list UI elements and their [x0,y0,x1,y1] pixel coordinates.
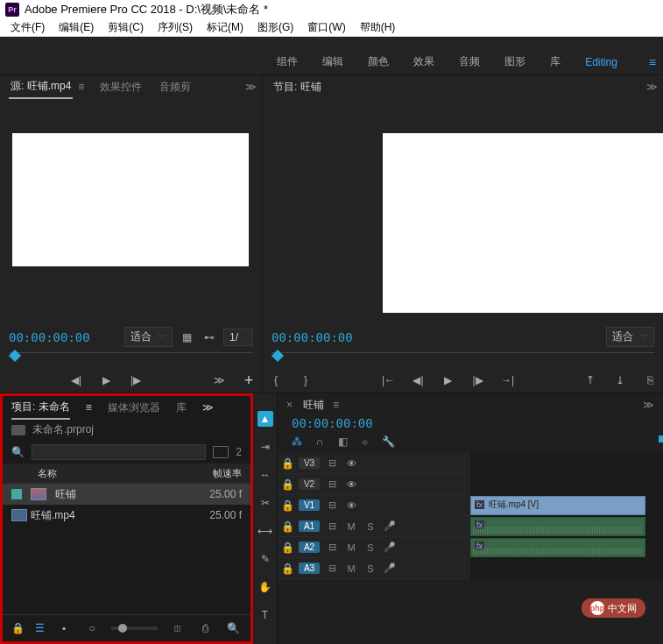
lock-icon[interactable]: 🔒 [281,541,293,554]
source-playhead-icon[interactable] [9,350,21,362]
snap-icon[interactable]: ⁂ [292,435,302,448]
voice-over-icon[interactable]: 🎤 [383,563,397,574]
type-tool-icon[interactable]: T [257,607,273,623]
program-overflow-icon[interactable]: ≫ [646,81,658,93]
lock-icon[interactable]: 🔒 [281,563,293,575]
prog-play-icon[interactable]: ▶ [439,372,458,389]
menu-help[interactable]: 帮助(H) [353,20,403,35]
slip-tool-icon[interactable]: ⟷ [257,523,273,539]
search-icon[interactable]: 🔍 [11,446,25,458]
lock-icon[interactable]: 🔒 [281,499,293,512]
source-canvas[interactable] [12,133,249,266]
write-lock-icon[interactable]: 🔒 [11,622,25,634]
source-patch-icon[interactable]: ⊟ [325,563,339,574]
tab-libraries[interactable]: 库 [176,397,187,419]
step-back-icon[interactable]: ◀| [67,372,86,389]
ws-audio[interactable]: 音频 [459,54,480,69]
ws-graphics[interactable]: 图形 [504,54,525,69]
timeline-overflow-icon[interactable]: ≫ [643,399,654,411]
search-input[interactable] [32,444,206,460]
close-sequence-icon[interactable]: × [286,399,293,411]
track-label[interactable]: A2 [299,541,320,553]
ws-editing[interactable]: Editing [585,56,617,68]
tab-audio-clip[interactable]: 音频剪 [158,76,193,98]
menu-marker[interactable]: 标记(M) [200,20,250,35]
mute-icon[interactable]: M [344,563,358,574]
track-header-v2[interactable]: 🔒 V2 ⊟ 👁 [278,474,470,495]
menu-sequence[interactable]: 序列(S) [151,20,200,35]
track-header-a1[interactable]: 🔒 A1 ⊟ M S 🎤 [278,516,470,537]
program-playhead-icon[interactable] [272,350,284,362]
col-fps[interactable]: 帧速率 [207,467,242,480]
track-select-tool-icon[interactable]: ⇥ [257,439,273,455]
source-patch-icon[interactable]: ⊟ [325,478,339,490]
menu-edit[interactable]: 编辑(E) [52,20,101,35]
ws-editing-cn[interactable]: 编辑 [322,54,343,69]
lift-icon[interactable]: ⤒ [581,372,600,389]
workspace-menu-icon[interactable]: ≡ [642,55,656,69]
freeform-view-icon[interactable]: ○ [83,620,101,636]
mark-in-icon[interactable]: { [266,372,286,389]
lock-icon[interactable]: 🔒 [281,520,293,533]
mute-icon[interactable]: M [344,521,358,532]
lock-icon[interactable]: 🔒 [281,457,293,470]
pen-tool-icon[interactable]: ✎ [257,551,273,567]
voice-over-icon[interactable]: 🎤 [383,520,397,532]
sort-icon[interactable]: ⎅ [168,620,186,636]
out-point-icon[interactable]: ⊷ [201,329,218,345]
solo-icon[interactable]: S [363,542,377,553]
new-bin-icon[interactable] [213,446,229,458]
tab-project[interactable]: 项目: 未命名 [11,396,70,420]
source-overflow2-icon[interactable]: ≫ [209,372,229,389]
voice-over-icon[interactable]: 🎤 [383,541,397,553]
sequence-tab[interactable]: 旺铺 [298,394,329,416]
eye-icon[interactable]: 👁 [344,500,358,511]
tab-program[interactable]: 节目: 旺铺 [272,76,323,98]
settings-icon[interactable]: ⟐ [362,435,368,448]
track-header-a2[interactable]: 🔒 A2 ⊟ M S 🎤 [278,537,470,558]
add-marker-tl-icon[interactable]: ◧ [338,435,348,448]
menu-graphics[interactable]: 图形(G) [250,20,300,35]
track-label[interactable]: V3 [299,457,320,469]
source-patch-icon[interactable]: ⊟ [325,520,339,532]
eye-icon[interactable]: 👁 [344,458,358,469]
audio-clip[interactable]: fx [470,538,645,557]
ws-effects[interactable]: 效果 [413,54,434,69]
list-item[interactable]: 旺铺.mp4 25.00 f [3,505,250,526]
selection-tool-icon[interactable]: ▲ [257,411,273,427]
list-item[interactable]: 旺铺 25.00 f [3,484,250,505]
source-ruler[interactable] [9,352,253,366]
col-name[interactable]: 名称 [38,467,207,480]
prog-step-back-icon[interactable]: ◀| [409,372,428,389]
list-view-icon[interactable]: ☰ [35,622,45,634]
safe-margins-icon[interactable]: ▦ [178,329,195,345]
sequence-tab-menu-icon[interactable]: ≡ [333,399,339,411]
timeline-playhead-icon[interactable] [659,435,663,442]
source-patch-icon[interactable]: ⊟ [325,499,339,511]
track-label[interactable]: V1 [299,499,320,511]
go-out-icon[interactable]: →| [498,372,518,389]
mark-out-icon[interactable]: } [296,372,315,389]
track-header-a3[interactable]: 🔒 A3 ⊟ M S 🎤 [278,558,470,579]
play-icon[interactable]: ▶ [96,372,116,389]
eye-icon[interactable]: 👁 [344,479,358,490]
program-timecode[interactable]: 00:00:00:00 [272,330,353,344]
source-patch-icon[interactable]: ⊟ [325,457,339,469]
tab-project-menu-icon[interactable]: ≡ [86,401,92,414]
lock-icon[interactable]: 🔒 [281,478,293,491]
tab-source[interactable]: 源: 旺铺.mp4 [9,75,73,99]
solo-icon[interactable]: S [363,563,377,574]
step-forward-icon[interactable]: |▶ [126,372,145,389]
ws-assembly[interactable]: 组件 [277,54,298,69]
find-icon[interactable]: 🔍 [224,620,242,636]
program-ruler[interactable] [272,352,654,366]
icon-view-icon[interactable]: ▪ [55,620,73,636]
program-canvas[interactable] [383,133,663,313]
source-patch-icon[interactable]: ⊟ [325,541,339,553]
track-header-v1[interactable]: 🔒 V1 ⊟ 👁 [278,495,470,516]
add-marker-icon[interactable]: + [239,372,258,389]
menu-file[interactable]: 文件(F) [4,20,52,35]
export-frame-icon[interactable]: ⎘ [640,372,659,389]
track-label[interactable]: A3 [299,563,320,574]
go-in-icon[interactable]: |← [379,372,399,389]
